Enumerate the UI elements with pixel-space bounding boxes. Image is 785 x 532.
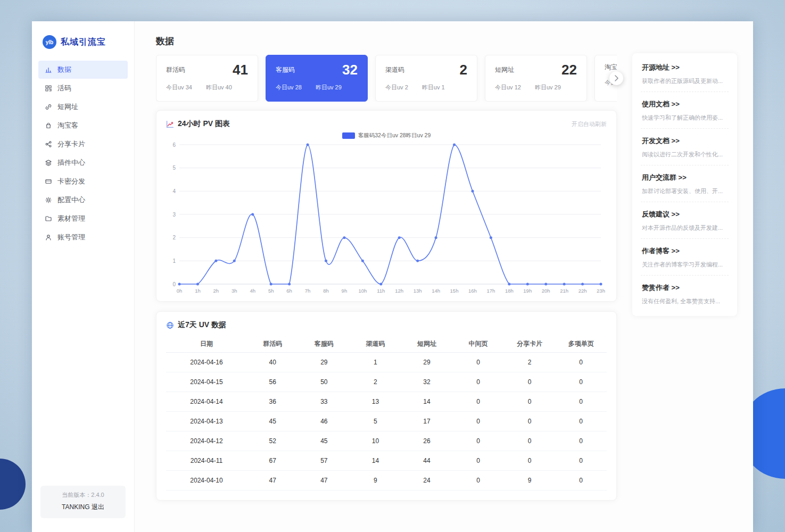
pv-point	[544, 283, 547, 286]
shopping-bag-icon	[45, 122, 52, 129]
logo-icon: ylb	[43, 35, 56, 49]
table-cell: 0	[504, 451, 556, 471]
table-cell: 13	[350, 392, 401, 412]
x-tick-label: 9h	[342, 288, 348, 294]
table-cell: 0	[504, 392, 556, 412]
main-area: 数据 群活码41 今日uv 34昨日uv 40 客服码32 今日uv 28昨日u…	[135, 21, 753, 532]
right-link-title[interactable]: 用户交流群 >>	[642, 173, 728, 182]
table-column-header: 中间页	[452, 335, 504, 353]
stat-card[interactable]: 短网址22 今日uv 12昨日uv 29	[485, 55, 587, 102]
table-cell: 0	[452, 451, 504, 471]
sidebar-item-taobao[interactable]: 淘宝客	[38, 117, 128, 135]
pv-point	[453, 144, 456, 146]
table-cell: 0	[452, 431, 504, 451]
table-cell: 0	[452, 353, 504, 372]
stat-card-value: 32	[342, 63, 358, 77]
right-link-title[interactable]: 作者博客 >>	[642, 246, 728, 256]
table-cell: 0	[555, 471, 607, 491]
table-cell: 0	[555, 412, 607, 431]
pv-point	[270, 283, 272, 286]
app-window: ylb 私域引流宝 数据 活码 短网址 淘宝客 分享卡片	[32, 21, 753, 532]
table-cell: 45	[299, 431, 350, 451]
right-link-title[interactable]: 反馈建议 >>	[642, 210, 728, 219]
table-cell: 24	[401, 471, 453, 491]
x-tick-label: 17h	[486, 288, 495, 294]
stat-card-name: 渠道码	[385, 65, 404, 74]
gear-icon	[45, 196, 52, 204]
x-tick-label: 1h	[195, 288, 201, 294]
table-cell: 2	[350, 372, 401, 392]
stat-today-uv: 今日uv 34	[166, 84, 192, 92]
sidebar-item-live-code[interactable]: 活码	[38, 79, 128, 97]
uv-table-header: 近7天 UV 数据	[156, 312, 616, 333]
y-tick-label: 2	[172, 235, 176, 240]
auto-refresh-toggle[interactable]: 开启自动刷新	[572, 120, 607, 128]
table-cell: 33	[299, 392, 350, 412]
pv-chart-svg: 01234560h1h2h3h4h5h6h7h8h9h10h11h12h13h1…	[166, 140, 607, 298]
pv-point	[563, 283, 566, 286]
pv-point	[526, 283, 529, 286]
table-cell: 0	[452, 471, 504, 491]
sidebar-item-label: 素材管理	[57, 214, 85, 223]
sidebar-item-data[interactable]: 数据	[38, 61, 128, 79]
uv-table-body: 2024-04-1640291290202024-04-155650232000…	[166, 353, 607, 491]
table-cell: 0	[555, 353, 607, 372]
uv-table-card: 近7天 UV 数据 日期群活码客服码渠道码短网址中间页分享卡片多项单页 2024…	[156, 311, 617, 501]
x-tick-label: 11h	[377, 288, 385, 294]
right-link-desc: 阅读以进行二次开发和个性化...	[642, 151, 728, 159]
x-tick-label: 16h	[468, 288, 477, 294]
stat-today-uv: 今日uv 12	[495, 84, 521, 92]
y-tick-label: 4	[172, 188, 176, 194]
right-link-title[interactable]: 开发文档 >>	[642, 136, 728, 146]
x-tick-label: 0h	[177, 288, 183, 294]
table-row: 2024-04-134546517000	[166, 412, 607, 431]
table-row: 2024-04-1167571444000	[166, 451, 607, 471]
sidebar-item-label: 活码	[57, 84, 71, 93]
table-cell: 2024-04-10	[166, 471, 247, 491]
sidebar-item-share-card[interactable]: 分享卡片	[38, 135, 128, 153]
sidebar-item-short-url[interactable]: 短网址	[38, 98, 128, 116]
pv-point	[435, 236, 437, 239]
stat-card-name: 淘宝客	[605, 63, 617, 72]
table-cell: 9	[504, 471, 556, 491]
logout-button[interactable]: 退出	[92, 503, 104, 511]
table-cell: 67	[247, 451, 299, 471]
sidebar-item-account[interactable]: 账号管理	[38, 228, 128, 246]
chart-legend[interactable]: 客服码32今日uv 28昨日uv 29	[156, 132, 616, 139]
x-tick-label: 13h	[414, 288, 422, 294]
brand-name: 私域引流宝	[61, 37, 106, 48]
table-cell: 0	[452, 412, 504, 431]
right-link-title[interactable]: 使用文档 >>	[642, 99, 728, 109]
stat-yesterday-uv: 昨日uv 29	[535, 84, 561, 92]
right-link-title[interactable]: 赞赏作者 >>	[642, 283, 728, 293]
pv-point	[600, 283, 602, 286]
stat-card[interactable]: 渠道码2 今日uv 2昨日uv 1	[375, 55, 477, 102]
table-cell: 2024-04-12	[166, 431, 247, 451]
pv-point	[361, 260, 364, 262]
sidebar-item-label: 数据	[57, 65, 71, 74]
uv-table: 日期群活码客服码渠道码短网址中间页分享卡片多项单页 2024-04-164029…	[166, 335, 607, 491]
x-tick-label: 14h	[432, 288, 440, 294]
table-cell: 57	[299, 451, 350, 471]
pv-point	[307, 144, 309, 146]
right-link-source: 开源地址 >> 获取作者的正版源码及更新动...	[641, 55, 729, 92]
sidebar-item-material[interactable]: 素材管理	[38, 210, 128, 228]
uv-table-header-row: 日期群活码客服码渠道码短网址中间页分享卡片多项单页	[166, 335, 607, 353]
table-cell: 0	[504, 372, 556, 392]
sidebar: ylb 私域引流宝 数据 活码 短网址 淘宝客 分享卡片	[32, 21, 135, 532]
sidebar-item-card-key[interactable]: 卡密分发	[38, 172, 128, 190]
uv-table-title: 近7天 UV 数据	[178, 320, 226, 330]
carousel-next-button[interactable]	[609, 71, 623, 85]
table-cell: 14	[350, 451, 401, 471]
pv-point	[178, 283, 181, 286]
stat-card[interactable]: 客服码32 今日uv 28昨日uv 29	[266, 55, 368, 102]
table-cell: 44	[401, 451, 453, 471]
sidebar-item-config-center[interactable]: 配置中心	[38, 191, 128, 209]
right-link-title[interactable]: 开源地址 >>	[642, 63, 728, 72]
table-cell: 1	[350, 353, 401, 372]
table-cell: 52	[247, 431, 299, 451]
chevron-right-icon	[614, 75, 618, 81]
sidebar-item-plugin-center[interactable]: 插件中心	[38, 154, 128, 172]
stat-card[interactable]: 群活码41 今日uv 34昨日uv 40	[156, 55, 258, 102]
y-tick-label: 1	[172, 258, 176, 264]
